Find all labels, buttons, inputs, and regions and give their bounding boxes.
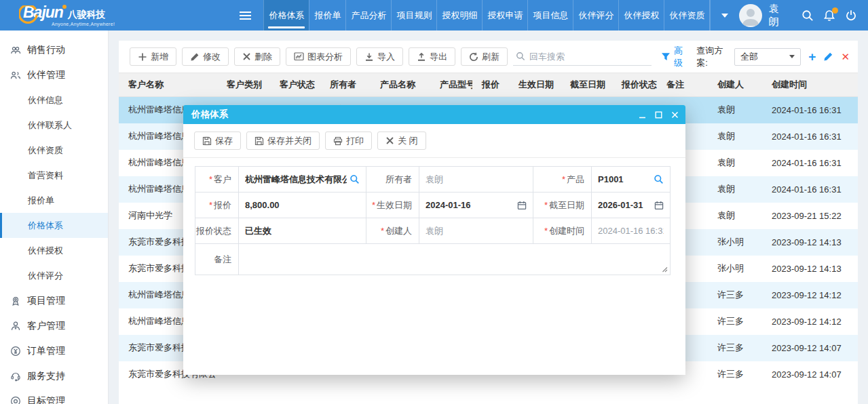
query-scheme-select[interactable]: 全部 — [734, 48, 801, 66]
column-header-10[interactable]: 报价状态 — [612, 73, 657, 97]
search-icon[interactable] — [801, 9, 814, 22]
effective-date-field[interactable]: 2024-01-16 — [419, 193, 533, 218]
sidebar-item-1[interactable]: 销售行动 — [0, 37, 108, 62]
nav-tab-10[interactable]: 伙伴资质 — [664, 0, 710, 31]
remark-textarea[interactable] — [239, 244, 671, 275]
service-icon — [10, 371, 21, 382]
sidebar-item-label: 伙伴资质 — [28, 144, 63, 157]
nav-tab-6[interactable]: 授权申请 — [482, 0, 527, 31]
column-header-11[interactable]: 备注 — [657, 73, 708, 97]
cell: 2024-01-16 16:31 — [762, 150, 858, 176]
calendar-icon[interactable] — [654, 201, 664, 210]
column-header-12[interactable]: 创建人 — [708, 73, 762, 97]
advanced-search-link[interactable]: 高级 — [674, 45, 690, 69]
cell: 袁朗 — [708, 203, 762, 229]
nav-tab-2[interactable]: 报价单 — [309, 0, 345, 31]
nav-tab-1[interactable]: 价格体系 — [263, 0, 309, 31]
lookup-search-icon[interactable] — [654, 174, 664, 184]
dialog-button-3[interactable]: 打印 — [325, 132, 372, 150]
sidebar-item-15[interactable]: 目标管理 — [0, 388, 108, 404]
notifications-bell-icon[interactable] — [823, 9, 835, 22]
toolbar-button-4[interactable]: 图表分析 — [286, 47, 351, 66]
sidebar-item-label: 伙伴管理 — [27, 69, 65, 81]
toolbar-button-5[interactable]: 导入 — [356, 47, 403, 66]
end-date-field[interactable]: 2026-01-31 — [592, 193, 671, 218]
toolbar-button-1[interactable]: 新增 — [130, 47, 176, 66]
sidebar-item-13[interactable]: 订单管理 — [0, 338, 108, 363]
delete-scheme-button[interactable]: ✕ — [841, 52, 850, 62]
status-select[interactable]: 已生效 — [239, 218, 366, 244]
column-header-13[interactable]: 创建时间 — [762, 73, 858, 97]
column-header-2[interactable]: 客户类别 — [217, 73, 270, 97]
sidebar-item-14[interactable]: 服务支持 — [0, 363, 108, 388]
toolbar-button-6[interactable]: 导出 — [409, 47, 455, 66]
dialog-button-4[interactable]: 关 闭 — [377, 132, 426, 150]
cell: 2023-09-12 14:12 — [762, 282, 858, 308]
column-header-1[interactable]: 客户名称 — [119, 73, 217, 97]
sidebar-item-8[interactable]: 价格体系 — [0, 213, 108, 238]
sidebar-item-2[interactable]: 伙伴管理 — [0, 62, 108, 87]
sidebar-item-4[interactable]: 伙伴联系人 — [0, 113, 108, 138]
sidebar-item-3[interactable]: 伙伴信息 — [0, 87, 108, 113]
column-header-4[interactable]: 所有者 — [320, 73, 371, 97]
button-label: 刷新 — [482, 51, 499, 63]
cell: 张小明 — [708, 256, 762, 282]
product-field[interactable]: P1001 — [592, 167, 671, 193]
customer-field[interactable]: 杭州雷峰塔信息技术有限公司 — [239, 167, 366, 193]
nav-tab-3[interactable]: 产品分析 — [345, 0, 391, 31]
cell: 袁朗 — [708, 176, 762, 203]
minimize-icon[interactable] — [639, 111, 646, 119]
menu-toggle-button[interactable] — [211, 0, 263, 31]
column-header-6[interactable]: 产品型号 — [430, 73, 472, 97]
column-header-3[interactable]: 客户状态 — [270, 73, 320, 97]
sidebar-item-label: 服务支持 — [27, 370, 65, 382]
nav-tab-4[interactable]: 项目规则 — [391, 0, 436, 31]
nav-more-button[interactable] — [710, 0, 739, 31]
column-header-9[interactable]: 截至日期 — [561, 73, 612, 97]
nav-tab-9[interactable]: 伙伴授权 — [618, 0, 664, 31]
edit-scheme-button[interactable] — [823, 52, 833, 62]
nav-tab-5[interactable]: 授权明细 — [436, 0, 482, 31]
toolbar-button-2[interactable]: 修改 — [182, 47, 229, 66]
column-header-7[interactable]: 报价 — [472, 73, 509, 97]
nav-tab-8[interactable]: 伙伴评分 — [573, 0, 618, 31]
dialog-button-2[interactable]: 保存并关闭 — [246, 132, 320, 150]
lookup-search-icon[interactable] — [350, 174, 360, 184]
calendar-icon[interactable] — [517, 201, 527, 210]
sidebar-item-9[interactable]: 伙伴授权 — [0, 238, 108, 263]
add-scheme-button[interactable]: + — [808, 50, 816, 63]
maximize-icon[interactable] — [655, 111, 662, 119]
price-field[interactable]: 8,800.00 — [239, 193, 366, 218]
resize-grip-icon[interactable] — [660, 265, 668, 272]
customer-label: 客户 — [195, 167, 239, 193]
toolbar-right: 高级 查询方案: 全部 + ✕ — [513, 45, 850, 69]
cell: 2023-09-12 14:07 — [762, 361, 858, 388]
power-icon[interactable] — [845, 9, 857, 22]
user-name[interactable]: 袁朗 — [768, 3, 781, 28]
close-icon[interactable] — [671, 111, 679, 119]
column-header-8[interactable]: 生效日期 — [509, 73, 561, 97]
sidebar-item-5[interactable]: 伙伴资质 — [0, 138, 108, 163]
sidebar-item-12[interactable]: 客户管理 — [0, 313, 108, 338]
cell: 张小明 — [708, 229, 762, 256]
toolbar-button-3[interactable]: 删除 — [234, 47, 280, 66]
sidebar-item-11[interactable]: 项目管理 — [0, 288, 108, 313]
avatar[interactable] — [739, 4, 762, 27]
button-label: 导入 — [377, 51, 395, 63]
creator-label: 创建人 — [366, 218, 419, 244]
sidebar-item-7[interactable]: 报价单 — [0, 188, 108, 213]
nav-tab-7[interactable]: 项目信息 — [527, 0, 573, 31]
chevron-down-icon — [721, 14, 728, 18]
sidebar-item-6[interactable]: 首营资料 — [0, 163, 108, 188]
dialog-button-1[interactable]: 保存 — [194, 132, 241, 150]
dialog-titlebar[interactable]: 价格体系 — [183, 105, 685, 124]
search-input[interactable] — [529, 52, 649, 62]
column-header-5[interactable]: 产品名称 — [371, 73, 430, 97]
export-icon — [417, 52, 426, 62]
filter-funnel-icon[interactable] — [661, 52, 671, 62]
sidebar-item-10[interactable]: 伙伴评分 — [0, 263, 108, 288]
button-label: 保存 — [215, 135, 233, 147]
dialog-title: 价格体系 — [191, 108, 228, 121]
effective-date-label: 生效日期 — [366, 193, 419, 218]
toolbar-button-7[interactable]: 刷新 — [461, 47, 508, 66]
